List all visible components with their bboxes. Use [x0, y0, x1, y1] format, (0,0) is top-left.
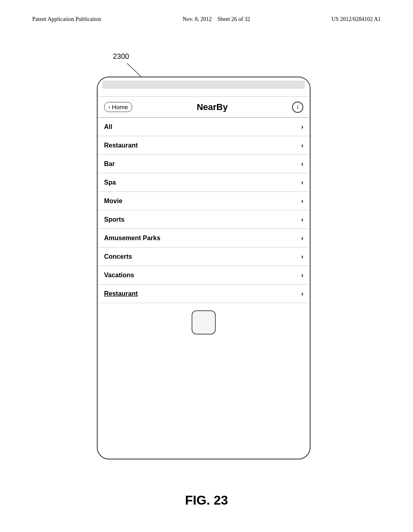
menu-item-label: Amusement Parks	[104, 235, 161, 242]
menu-item-label: Concerts	[104, 253, 132, 260]
home-button-area	[98, 303, 310, 343]
header-right: US 2012/0284102 A1	[332, 16, 381, 23]
info-icon[interactable]: i	[292, 102, 303, 113]
home-button-label: Home	[112, 104, 128, 110]
info-icon-label: i	[297, 104, 298, 110]
home-back-button[interactable]: ‹ Home	[104, 102, 132, 112]
menu-item[interactable]: Sports›	[98, 210, 310, 229]
menu-item-label: Restaurant	[104, 290, 138, 297]
menu-item-label: Spa	[104, 179, 116, 186]
chevron-right-icon: ›	[301, 290, 303, 297]
menu-item-label: Vacations	[104, 272, 134, 279]
figure-caption: FIG. 23	[0, 493, 413, 508]
label-2300: 2300	[113, 52, 129, 61]
home-button[interactable]	[192, 310, 216, 335]
nav-bar: ‹ Home NearBy i	[98, 97, 310, 118]
menu-item[interactable]: Spa›	[98, 173, 310, 192]
chevron-left-icon: ‹	[108, 104, 110, 110]
chevron-right-icon: ›	[301, 197, 303, 205]
chevron-right-icon: ›	[301, 216, 303, 223]
signal-bar	[102, 81, 305, 89]
menu-item[interactable]: Restaurant›	[98, 136, 310, 155]
chevron-right-icon: ›	[301, 272, 303, 279]
menu-item[interactable]: Movie›	[98, 192, 310, 210]
chevron-right-icon: ›	[301, 179, 303, 186]
menu-item-label: All	[104, 123, 112, 131]
menu-item[interactable]: All›	[98, 118, 310, 136]
menu-item[interactable]: Restaurant›	[98, 285, 310, 303]
menu-item[interactable]: Bar›	[98, 155, 310, 173]
menu-item-label: Sports	[104, 216, 125, 223]
status-bar	[98, 81, 310, 97]
chevron-right-icon: ›	[301, 253, 303, 260]
menu-item-label: Movie	[104, 197, 122, 205]
menu-item[interactable]: Amusement Parks›	[98, 229, 310, 247]
phone-frame: ‹ Home NearBy i All›Restaurant›Bar›Spa›M…	[97, 77, 311, 459]
menu-item-label: Bar	[104, 160, 115, 168]
menu-item[interactable]: Vacations›	[98, 266, 310, 285]
chevron-right-icon: ›	[301, 160, 303, 168]
menu-item-label: Restaurant	[104, 142, 138, 149]
header-middle: Nov. 8, 2012 Sheet 26 of 32	[183, 16, 250, 23]
header-left: Patent Application Publication	[32, 16, 101, 23]
menu-item[interactable]: Concerts›	[98, 247, 310, 266]
menu-list: All›Restaurant›Bar›Spa›Movie›Sports›Amus…	[98, 118, 310, 303]
chevron-right-icon: ›	[301, 123, 303, 131]
patent-header: Patent Application Publication Nov. 8, 2…	[32, 16, 381, 23]
chevron-right-icon: ›	[301, 235, 303, 242]
screen-title: NearBy	[132, 102, 292, 112]
chevron-right-icon: ›	[301, 142, 303, 149]
